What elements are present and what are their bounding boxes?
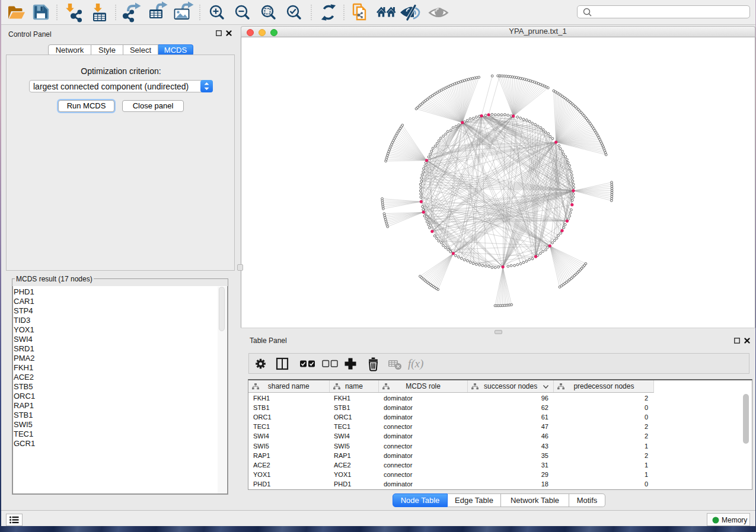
svg-text:f(x): f(x) — [408, 357, 423, 370]
